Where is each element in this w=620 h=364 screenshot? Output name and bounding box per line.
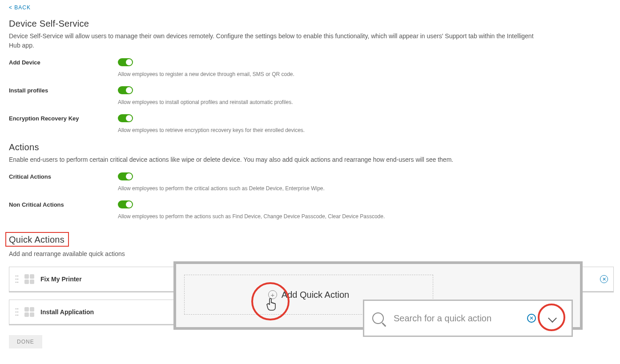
quick-actions-highlight: Quick Actions: [5, 232, 69, 247]
setting-help: Allow employees to install optional prof…: [118, 99, 611, 105]
setting-label: Encryption Recovery Key: [9, 114, 118, 122]
setting-add-device: Add Device Allow employees to register a…: [9, 58, 611, 77]
back-link[interactable]: < BACK: [9, 4, 611, 11]
toggle-add-device[interactable]: [118, 58, 133, 66]
toggle-critical-actions[interactable]: [118, 172, 133, 180]
clear-search-icon[interactable]: ✕: [527, 314, 536, 323]
setting-help: Allow employees to perform the critical …: [118, 185, 611, 192]
quick-action-search[interactable]: Search for a quick action ✕: [363, 300, 573, 337]
search-placeholder: Search for a quick action: [394, 313, 527, 324]
cursor-pointer-icon: [266, 298, 277, 315]
toggle-encryption-key[interactable]: [118, 114, 133, 122]
remove-action-icon[interactable]: ✕: [600, 275, 608, 283]
add-quick-action-overlay: + Add Quick Action Search for a quick ac…: [173, 261, 583, 330]
quick-action-title: Install Application: [40, 308, 94, 316]
quick-action-title: Fix My Printer: [40, 276, 82, 283]
setting-noncritical-actions: Non Critical Actions Allow employees to …: [9, 200, 611, 220]
setting-encryption-key: Encryption Recovery Key Allow employees …: [9, 114, 611, 133]
setting-label: Add Device: [9, 58, 118, 66]
setting-label: Install profiles: [9, 86, 118, 94]
chevron-down-icon[interactable]: [548, 314, 557, 323]
section-title-dss: Device Self-Service: [9, 19, 611, 29]
app-grid-icon: [24, 307, 34, 317]
device-self-service-page: < BACK Device Self-Service Device Self-S…: [0, 0, 620, 364]
toggle-install-profiles[interactable]: [118, 86, 133, 94]
section-desc-quick-actions: Add and rearrange available quick action…: [9, 249, 538, 259]
section-title-actions: Actions: [9, 142, 611, 152]
section-title-quick-actions: Quick Actions: [9, 235, 64, 245]
section-desc-dss: Device Self-Service will allow users to …: [9, 32, 538, 50]
plus-circle-icon: +: [268, 290, 277, 299]
setting-install-profiles: Install profiles Allow employees to inst…: [9, 86, 611, 105]
add-quick-action-label: Add Quick Action: [282, 290, 349, 300]
drag-handle-icon[interactable]: [16, 308, 18, 316]
setting-help: Allow employees to register a new device…: [118, 71, 611, 77]
setting-help: Allow employees to perform the actions s…: [118, 213, 611, 220]
app-grid-icon: [24, 274, 34, 284]
setting-label: Non Critical Actions: [9, 200, 118, 208]
done-button[interactable]: DONE: [9, 335, 42, 348]
toggle-noncritical-actions[interactable]: [118, 200, 133, 208]
drag-handle-icon[interactable]: [16, 276, 18, 283]
setting-help: Allow employees to retrieve encryption r…: [118, 127, 611, 133]
setting-critical-actions: Critical Actions Allow employees to perf…: [9, 172, 611, 192]
search-icon: [372, 312, 384, 324]
setting-label: Critical Actions: [9, 172, 118, 180]
section-desc-actions: Enable end-users to perform certain crit…: [9, 155, 538, 164]
